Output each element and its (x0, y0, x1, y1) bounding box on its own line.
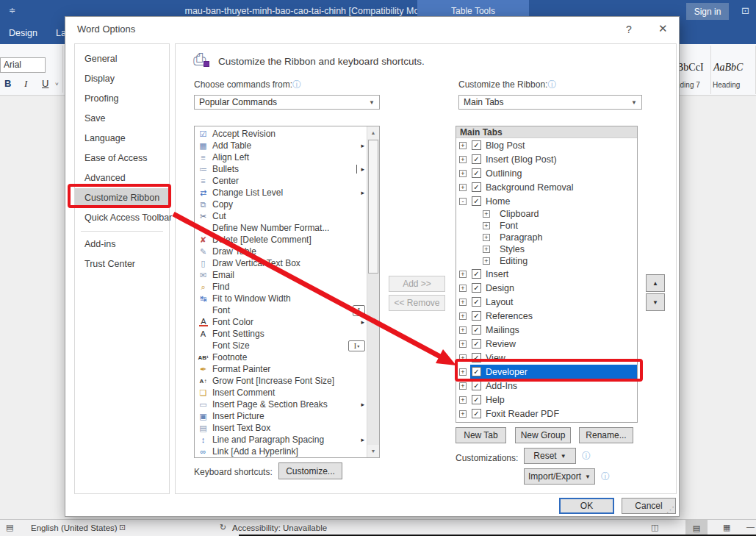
expand-icon[interactable]: + (483, 222, 490, 229)
expand-icon[interactable]: + (459, 156, 467, 163)
ribbon-tab-item-foxit-reader-pdf[interactable]: +✓Foxit Reader PDF (456, 407, 637, 421)
sidebar-item-advanced[interactable]: Advanced (75, 168, 169, 188)
help-icon[interactable]: ? (626, 24, 632, 35)
collapse-icon[interactable]: - (459, 198, 467, 205)
checkbox-layout[interactable]: ✓ (472, 297, 481, 307)
language-preferences-icon[interactable]: ⊡ (119, 523, 126, 532)
checkbox-review[interactable]: ✓ (472, 339, 481, 349)
ribbon-tab-item-font[interactable]: +Font (456, 220, 637, 232)
underline-caret-icon[interactable]: ˅ (55, 81, 59, 87)
command-item-change-list-level[interactable]: ⇄Change List Level▸ (195, 187, 367, 199)
checkbox-insert[interactable]: ✓ (472, 269, 481, 279)
ribbon-tab-item-insert-blog-post[interactable]: +✓Insert (Blog Post) (456, 152, 637, 166)
checkbox-blog-post[interactable]: ✓ (472, 140, 481, 150)
move-down-button[interactable]: ▼ (646, 293, 665, 311)
command-item-email[interactable]: ✉Email (195, 269, 367, 281)
sidebar-item-quick-access-toolbar[interactable]: Quick Access Toolbar (75, 208, 169, 228)
font-name-combobox[interactable]: Arial (0, 57, 46, 73)
ribbon-tab-item-home[interactable]: -✓Home (456, 194, 637, 208)
command-item-define-new-number-format[interactable]: Define New Number Format... (195, 222, 367, 234)
expand-icon[interactable]: + (459, 410, 467, 418)
command-item-center[interactable]: ≡Center (195, 175, 367, 187)
ribbon-tab-item-layout[interactable]: +✓Layout (456, 295, 637, 309)
sidebar-item-trust-center[interactable]: Trust Center (75, 254, 169, 274)
expand-icon[interactable]: + (459, 368, 467, 376)
command-item-insert-text-box[interactable]: ▤Insert Text Box (195, 422, 367, 434)
checkbox-design[interactable]: ✓ (472, 283, 481, 293)
command-item-link-add-a-hyperlink[interactable]: ∞Link [Add a Hyperlink] (195, 446, 367, 457)
command-item-insert-picture[interactable]: ▣Insert Picture (195, 410, 367, 422)
command-item-insert-page-section-breaks[interactable]: ▭Insert Page & Section Breaks▸ (195, 399, 367, 410)
ribbon-tab-item-blog-post[interactable]: +✓Blog Post (456, 138, 637, 152)
expand-icon[interactable]: + (459, 142, 467, 149)
checkbox-developer[interactable]: ✓ (472, 367, 481, 376)
underline-button[interactable]: U (42, 78, 48, 89)
bold-button[interactable]: B (4, 78, 11, 89)
ribbon-tab-item-design[interactable]: +✓Design (456, 281, 637, 295)
command-item-add-table[interactable]: ▦Add Table▸ (195, 140, 367, 151)
command-item-draw-vertical-text-box[interactable]: ▯Draw Vertical Text Box (195, 257, 367, 269)
checkbox-insert-blog-post[interactable]: ✓ (472, 154, 481, 164)
ribbon-tab-item-add-ins[interactable]: +✓Add-Ins (456, 379, 637, 393)
checkbox-home[interactable]: ✓ (472, 196, 481, 206)
close-icon[interactable]: ✕ (658, 22, 668, 35)
sign-in-button[interactable]: Sign in (686, 3, 729, 20)
command-item-draw-table[interactable]: ✎Draw Table (195, 246, 367, 257)
sidebar-item-customize-ribbon[interactable]: Customize Ribbon (75, 188, 169, 208)
expand-icon[interactable]: + (483, 210, 490, 218)
expand-icon[interactable]: + (459, 312, 467, 320)
checkbox-view[interactable]: ✓ (472, 353, 481, 362)
read-mode-icon[interactable]: ◫ (651, 523, 658, 532)
checkbox-references[interactable]: ✓ (472, 311, 481, 321)
command-item-font-size[interactable]: Font SizeI▾ (195, 340, 367, 351)
checkbox-foxit-reader-pdf[interactable]: ✓ (472, 409, 481, 418)
expand-icon[interactable]: + (483, 257, 490, 265)
command-item-font-color[interactable]: AFont Color▸ (195, 316, 367, 328)
info-icon[interactable]: ⓘ (547, 79, 556, 90)
expand-icon[interactable]: + (459, 340, 467, 348)
expand-icon[interactable]: + (459, 326, 467, 334)
ribbon-display-options-icon[interactable]: ⊡ (741, 5, 749, 16)
ribbon-tab-item-outlining[interactable]: +✓Outlining (456, 166, 637, 180)
command-item-align-left[interactable]: ≡Align Left (195, 151, 367, 163)
command-item-find[interactable]: ⌕Find (195, 281, 367, 293)
expand-icon[interactable]: + (459, 285, 467, 292)
ribbon-tab-item-references[interactable]: +✓References (456, 309, 637, 323)
ok-button[interactable]: OK (559, 498, 614, 514)
quick-access-toolbar-icon[interactable]: ≑ (9, 6, 15, 15)
expand-icon[interactable]: + (459, 271, 467, 278)
new-tab-button[interactable]: New Tab (456, 427, 506, 443)
ribbon-tab-item-editing[interactable]: +Editing (456, 255, 637, 267)
import-export-button[interactable]: Import/Export ▼ (524, 468, 595, 485)
rename-button[interactable]: Rename... (579, 427, 633, 443)
command-item-font[interactable]: FontI (195, 304, 367, 316)
scrollbar[interactable]: ▲ ▼ (367, 126, 379, 457)
move-up-button[interactable]: ▲ (646, 274, 665, 292)
command-item-insert-comment[interactable]: ❏Insert Comment (195, 387, 367, 399)
checkbox-outlining[interactable]: ✓ (472, 168, 481, 178)
command-item-line-and-paragraph-spacing[interactable]: ↕Line and Paragraph Spacing▸ (195, 434, 367, 446)
language-status[interactable]: English (United States) (31, 524, 118, 532)
sidebar-item-save[interactable]: Save (75, 109, 169, 129)
print-layout-icon[interactable]: ▤ (685, 520, 708, 536)
scroll-up-icon[interactable]: ▲ (367, 126, 379, 139)
reset-button[interactable]: Reset ▼ (524, 448, 576, 464)
sidebar-item-general[interactable]: General (75, 49, 169, 69)
resize-grip-icon[interactable]: ⋰ (666, 505, 674, 515)
choose-commands-dropdown[interactable]: Popular Commands ▼ (194, 95, 380, 110)
expand-icon[interactable]: + (459, 382, 467, 390)
command-item-font-settings[interactable]: AFont Settings (195, 328, 367, 340)
checkbox-help[interactable]: ✓ (472, 395, 481, 404)
command-item-bullets[interactable]: ≔Bullets▸ (195, 163, 367, 175)
ribbon-tab-item-review[interactable]: +✓Review (456, 337, 637, 351)
command-item-copy[interactable]: ⧉Copy (195, 199, 367, 210)
expand-icon[interactable]: + (459, 170, 467, 177)
expand-icon[interactable]: + (483, 246, 490, 253)
ribbon-tab-item-clipboard[interactable]: +Clipboard (456, 208, 637, 220)
spellcheck-status-icon[interactable]: ▤ (6, 523, 13, 532)
sidebar-item-add-ins[interactable]: Add-ins (75, 235, 169, 254)
accessibility-checker-icon[interactable]: ↻ (220, 523, 226, 532)
tab-design[interactable]: Design (9, 28, 37, 38)
zoom-out-icon[interactable]: — (746, 522, 755, 531)
ribbon-tab-item-styles[interactable]: +Styles (456, 243, 637, 255)
